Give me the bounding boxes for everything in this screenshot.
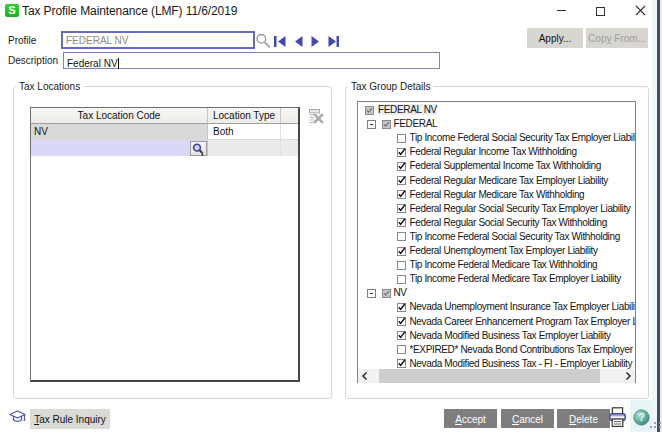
svg-text:?: ? (638, 411, 644, 423)
